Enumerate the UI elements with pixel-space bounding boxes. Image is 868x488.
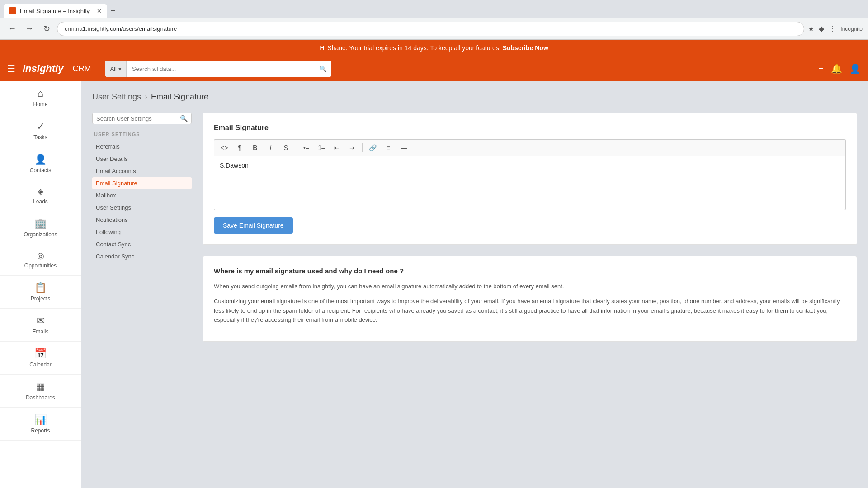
settings-section-title: USER SETTINGS: [92, 131, 192, 137]
dashboards-icon: ▦: [36, 381, 45, 393]
form-area: Email Signature <> ¶ B I S •– 1– ⇤: [203, 113, 857, 342]
settings-nav-email-signature[interactable]: Email Signature: [92, 177, 192, 189]
horizontal-rule-button[interactable]: —: [397, 141, 410, 154]
breadcrumb-current: Email Signature: [151, 92, 208, 102]
search-submit-button[interactable]: 🔍: [315, 66, 331, 72]
sidebar-item-label: Emails: [32, 328, 48, 335]
toolbar-separator-2: [362, 143, 363, 152]
sidebar-item-tasks[interactable]: ✓ Tasks: [0, 114, 81, 147]
sidebar-item-label: Organizations: [24, 231, 57, 238]
new-tab-button[interactable]: +: [107, 6, 119, 16]
signature-content: S.Dawson: [220, 162, 249, 169]
sidebar-item-emails[interactable]: ✉ Emails: [0, 309, 81, 342]
calendar-icon: 📅: [34, 348, 47, 360]
search-all-dropdown[interactable]: All ▾: [105, 61, 126, 77]
leads-icon: ◈: [38, 187, 44, 197]
settings-nav-contact-sync[interactable]: Contact Sync: [92, 238, 192, 250]
paragraph-button[interactable]: ¶: [233, 141, 246, 154]
settings-sidebar: 🔍 USER SETTINGS Referrals User Details E…: [92, 113, 192, 342]
content-area: 🔍 USER SETTINGS Referrals User Details E…: [92, 113, 857, 342]
incognito-label: Incognito: [840, 26, 863, 32]
code-button[interactable]: <>: [218, 141, 231, 154]
info-paragraph-2: Customizing your email signature is one …: [214, 297, 846, 325]
settings-search-input[interactable]: [96, 115, 180, 122]
subscribe-link[interactable]: Subscribe Now: [503, 44, 548, 52]
opportunities-icon: ◎: [37, 251, 44, 261]
global-search: All ▾ 🔍: [105, 61, 331, 77]
sidebar-item-opportunities[interactable]: ◎ Opportunities: [0, 244, 81, 276]
settings-nav-mailbox[interactable]: Mailbox: [92, 189, 192, 202]
home-icon: ⌂: [38, 88, 43, 99]
sidebar-item-label: Dashboards: [26, 394, 55, 401]
user-avatar[interactable]: 👤: [849, 63, 861, 74]
search-input[interactable]: [127, 61, 315, 77]
sidebar-item-label: Opportunities: [24, 263, 57, 269]
link-button[interactable]: 🔗: [366, 141, 379, 154]
settings-nav-user-settings[interactable]: User Settings: [92, 202, 192, 214]
settings-nav-following[interactable]: Following: [92, 226, 192, 238]
settings-nav-user-details[interactable]: User Details: [92, 153, 192, 165]
breadcrumb-separator: ›: [145, 92, 147, 102]
breadcrumb-parent[interactable]: User Settings: [92, 92, 141, 102]
settings-nav-notifications[interactable]: Notifications: [92, 214, 192, 226]
sidebar-item-label: Tasks: [33, 134, 47, 141]
back-button[interactable]: ←: [5, 22, 19, 36]
align-button[interactable]: ≡: [382, 141, 395, 154]
trial-message: Hi Shane. Your trial expires in 14 days.…: [320, 44, 501, 52]
sidebar-item-label: Reports: [31, 427, 50, 434]
settings-nav-email-accounts[interactable]: Email Accounts: [92, 165, 192, 177]
settings-search-box[interactable]: 🔍: [92, 113, 192, 124]
hamburger-menu[interactable]: ☰: [7, 63, 15, 74]
main-layout: ⌂ Home ✓ Tasks 👤 Contacts ◈ Leads 🏢 Orga…: [0, 81, 868, 488]
editor-toolbar: <> ¶ B I S •– 1– ⇤ ⇥ 🔗 ≡: [214, 139, 846, 156]
outdent-button[interactable]: ⇤: [330, 141, 343, 154]
info-card: Where is my email signature used and why…: [203, 256, 857, 342]
unordered-list-button[interactable]: •–: [300, 141, 312, 154]
sidebar-item-dashboards[interactable]: ▦ Dashboards: [0, 375, 81, 408]
bold-button[interactable]: B: [249, 141, 261, 154]
organizations-icon: 🏢: [34, 218, 47, 230]
sidebar: ⌂ Home ✓ Tasks 👤 Contacts ◈ Leads 🏢 Orga…: [0, 81, 81, 488]
tab-favicon: [9, 7, 16, 14]
crm-label: CRM: [72, 64, 91, 74]
forward-button[interactable]: →: [23, 22, 36, 36]
contacts-icon: 👤: [34, 154, 47, 165]
sidebar-item-contacts[interactable]: 👤 Contacts: [0, 147, 81, 180]
sidebar-item-leads[interactable]: ◈ Leads: [0, 180, 81, 211]
reload-button[interactable]: ↻: [40, 22, 53, 36]
sidebar-item-label: Projects: [31, 296, 50, 302]
sidebar-item-label: Home: [33, 101, 47, 108]
sidebar-item-calendar[interactable]: 📅 Calendar: [0, 342, 81, 375]
bookmark-icon[interactable]: ★: [808, 24, 814, 33]
save-signature-button[interactable]: Save Email Signature: [214, 217, 293, 234]
close-tab-button[interactable]: ✕: [97, 8, 102, 14]
settings-nav-referrals[interactable]: Referrals: [92, 141, 192, 153]
ordered-list-button[interactable]: 1–: [315, 141, 328, 154]
address-bar[interactable]: crm.na1.insightly.com/users/emailsignatu…: [57, 22, 804, 36]
url-text: crm.na1.insightly.com/users/emailsignatu…: [65, 25, 177, 32]
sidebar-item-organizations[interactable]: 🏢 Organizations: [0, 211, 81, 244]
indent-button[interactable]: ⇥: [346, 141, 359, 154]
extensions-icon[interactable]: ◆: [819, 24, 824, 33]
search-filter-label: All: [110, 66, 116, 72]
breadcrumb: User Settings › Email Signature: [92, 92, 857, 102]
tasks-icon: ✓: [37, 121, 45, 132]
strikethrough-button[interactable]: S: [279, 141, 292, 154]
emails-icon: ✉: [37, 315, 45, 327]
card-title: Email Signature: [214, 124, 846, 132]
add-icon[interactable]: +: [818, 64, 824, 74]
browser-menu-icon[interactable]: ⋮: [829, 24, 836, 33]
italic-button[interactable]: I: [264, 141, 277, 154]
browser-tab[interactable]: Email Signature – Insightly ✕: [4, 4, 107, 18]
sidebar-item-reports[interactable]: 📊 Reports: [0, 408, 81, 441]
notifications-icon[interactable]: 🔔: [831, 63, 842, 74]
dropdown-arrow: ▾: [118, 66, 122, 72]
trial-banner: Hi Shane. Your trial expires in 14 days.…: [0, 40, 868, 56]
settings-nav-calendar-sync[interactable]: Calendar Sync: [92, 250, 192, 263]
sidebar-item-home[interactable]: ⌂ Home: [0, 81, 81, 114]
projects-icon: 📋: [34, 282, 47, 294]
signature-editor[interactable]: S.Dawson: [214, 156, 846, 210]
sidebar-item-label: Contacts: [30, 167, 51, 174]
logo: insightly: [23, 63, 63, 75]
sidebar-item-projects[interactable]: 📋 Projects: [0, 276, 81, 309]
